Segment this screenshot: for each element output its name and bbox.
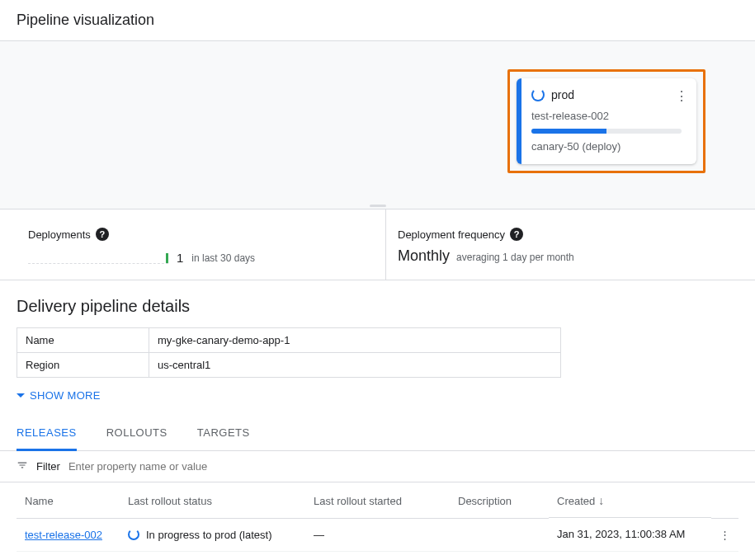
filter-icon (17, 459, 28, 473)
help-icon[interactable]: ? (510, 228, 523, 241)
col-status[interactable]: Last rollout status (120, 482, 305, 518)
status-text: In progress to prod (latest) (146, 529, 271, 541)
page-title: Pipeline visualization (0, 0, 755, 41)
spinner-icon (531, 88, 545, 101)
table-row: test-release-002 In progress to prod (la… (17, 518, 738, 551)
frequency-value: Monthly (398, 247, 450, 265)
target-phase-label: canary-50 (deploy) (531, 140, 682, 153)
filter-bar: Filter (0, 451, 755, 482)
deployments-stat: Deployments ? 1 in last 30 days (17, 209, 386, 280)
row-kebab-icon[interactable]: ⋮ (711, 551, 738, 560)
release-link[interactable]: test-release-002 (25, 529, 102, 541)
frequency-label: Deployment frequency (398, 228, 505, 241)
row-kebab-icon[interactable]: ⋮ (711, 518, 738, 551)
desc-cell (450, 518, 549, 551)
detail-key: Region (17, 353, 149, 378)
details-table: Name my-gke-canary-demo-app-1 Region us-… (17, 327, 561, 378)
kebab-menu-icon[interactable]: ⋮ (675, 88, 688, 104)
pipeline-viz-canvas: prod ⋮ test-release-002 canary-50 (deplo… (0, 41, 755, 209)
frequency-stat: Deployment frequency ? Monthly averaging… (386, 209, 755, 280)
deployments-count: 1 (177, 251, 183, 265)
progress-bar (531, 129, 682, 134)
target-name: prod (551, 88, 574, 101)
filter-label: Filter (36, 460, 60, 473)
highlight-callout: prod ⋮ test-release-002 canary-50 (deplo… (507, 69, 705, 173)
desc-cell (450, 551, 549, 560)
frequency-suffix: averaging 1 day per month (456, 252, 574, 263)
show-more-button[interactable]: SHOW MORE (17, 389, 738, 402)
started-cell: — (305, 518, 450, 551)
progress-fill (531, 129, 606, 134)
col-name[interactable]: Name (17, 482, 120, 518)
target-release-label: test-release-002 (531, 110, 682, 122)
target-card-prod[interactable]: prod ⋮ test-release-002 canary-50 (deplo… (517, 78, 696, 164)
detail-value: us-central1 (149, 353, 561, 378)
col-created[interactable]: Created ↓ (549, 482, 711, 518)
sparkline (28, 252, 168, 264)
help-icon[interactable]: ? (96, 228, 109, 241)
deployments-label: Deployments (28, 228, 91, 241)
releases-table: Name Last rollout status Last rollout st… (17, 482, 738, 560)
resize-handle[interactable] (370, 205, 386, 207)
spinner-icon (128, 529, 139, 540)
details-title: Delivery pipeline details (17, 297, 738, 316)
tabs: RELEASES ROLLOUTS TARGETS (0, 416, 755, 451)
created-cell: Jan 30, 2023, 3:07:35 PM (549, 551, 711, 560)
col-started[interactable]: Last rollout started (305, 482, 450, 518)
detail-row: Name my-gke-canary-demo-app-1 (17, 328, 561, 353)
col-desc[interactable]: Description (450, 482, 549, 518)
table-row: test-release-001 ✓Successfully deployed … (17, 551, 738, 560)
created-cell: Jan 31, 2023, 11:00:38 AM (549, 518, 711, 551)
filter-input[interactable] (68, 460, 738, 473)
detail-value: my-gke-canary-demo-app-1 (149, 328, 561, 353)
chevron-down-icon (17, 393, 25, 398)
started-cell: Jan 30, 2023, 4:54:33 PM (305, 551, 450, 560)
deployments-suffix: in last 30 days (191, 252, 255, 264)
stats-row: Deployments ? 1 in last 30 days Deployme… (0, 209, 755, 280)
tab-targets[interactable]: TARGETS (197, 416, 250, 450)
tab-rollouts[interactable]: ROLLOUTS (106, 416, 168, 450)
detail-row: Region us-central1 (17, 353, 561, 378)
detail-key: Name (17, 328, 149, 353)
sort-arrow-down-icon: ↓ (598, 494, 604, 507)
tab-releases[interactable]: RELEASES (17, 416, 77, 451)
